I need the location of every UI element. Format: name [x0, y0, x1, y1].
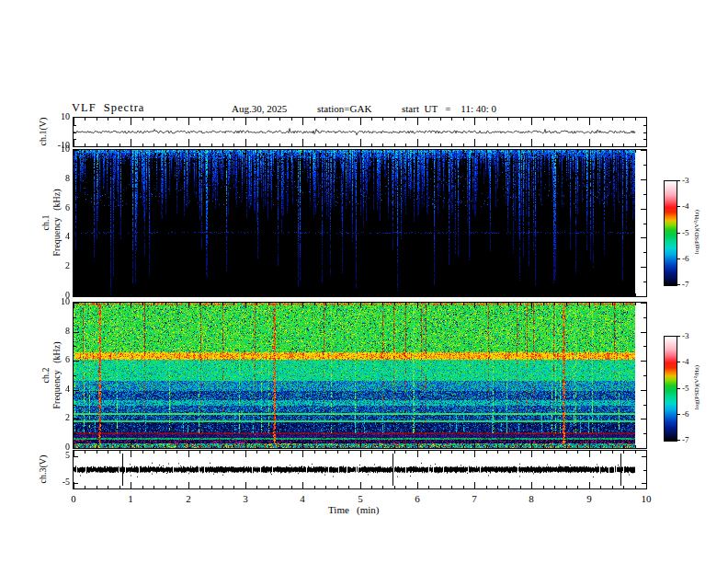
x-tick-label: 1	[117, 493, 144, 504]
plot-title: VLF Spectra	[72, 101, 144, 115]
plot-start-ut: start UT = 11: 40: 0	[402, 103, 496, 114]
colorbar-tick-label: -4	[682, 201, 689, 211]
x-tick-label: 5	[347, 493, 374, 504]
vlf-spectra-figure: VLF Spectra Aug.30, 2025 station=GAK sta…	[0, 0, 728, 563]
colorbar-tick-mark	[677, 388, 680, 389]
y-tick-label: 6	[35, 202, 70, 213]
y-tick-label: -5	[35, 477, 70, 487]
ch1-axis-channel: ch.1	[40, 215, 51, 231]
colorbar-tick-label: -3	[682, 331, 689, 340]
colorbar-ch1	[664, 180, 677, 286]
colorbar-tick-mark	[677, 180, 680, 181]
colorbar-tick-label: -6	[682, 254, 689, 263]
y-tick-label: 10	[35, 296, 70, 306]
colorbar-tick-label: -6	[682, 409, 689, 419]
y-tick-label: 8	[35, 173, 70, 183]
ch3-voltage-panel	[73, 450, 647, 489]
y-tick-label: 4	[35, 231, 70, 241]
colorbar-tick-label: -5	[682, 228, 689, 237]
colorbar-tick-label: -3	[682, 176, 689, 185]
colorbar-tick-mark	[677, 440, 680, 441]
colorbar-tick-mark	[677, 206, 680, 207]
x-axis-label: Time (min)	[328, 504, 380, 515]
colorbar-ch2-label: log(PSD)(V²/Hz)	[693, 365, 700, 409]
colorbar-tick-mark	[677, 336, 680, 337]
x-tick-label: 0	[60, 493, 87, 504]
x-tick-label: 2	[175, 493, 202, 504]
colorbar-ch2	[664, 336, 677, 442]
colorbar-ch1-label: log(PSD)(V²/Hz)	[693, 210, 700, 254]
x-tick-label: 4	[289, 493, 316, 504]
ch2-spectrogram-panel	[73, 302, 647, 449]
colorbar-tick-mark	[677, 362, 680, 362]
colorbar-tick-label: -4	[682, 357, 689, 366]
colorbar-tick-mark	[677, 233, 680, 234]
x-tick-label: 6	[404, 493, 431, 504]
y-tick-label: 2	[35, 260, 70, 270]
x-tick-label: 9	[575, 493, 603, 504]
plot-date: Aug.30, 2025	[232, 103, 287, 114]
ch2-axis-unit: Frequency (kHz)	[51, 341, 62, 408]
ch3-voltage-canvas	[74, 451, 646, 488]
x-tick-label: 10	[632, 493, 660, 504]
colorbar-tick-label: -7	[682, 280, 689, 289]
ch1-voltage-panel	[73, 117, 647, 147]
y-tick-label: 10	[35, 111, 70, 121]
ch1-spectrogram-canvas	[74, 150, 646, 296]
ch1-spectrogram-panel	[73, 149, 647, 297]
y-tick-label: 2	[35, 412, 70, 422]
colorbar-tick-mark	[677, 284, 680, 285]
x-tick-label: 8	[518, 493, 545, 504]
x-tick-label: 7	[461, 493, 488, 504]
colorbar-tick-mark	[677, 259, 680, 259]
x-tick-label: 3	[232, 493, 259, 504]
ch1-frequency-axis-label: ch.1Frequency (kHz)	[40, 189, 63, 256]
ch1-axis-unit: Frequency (kHz)	[51, 189, 62, 256]
colorbar-tick-mark	[677, 414, 680, 415]
y-tick-label: 5	[35, 450, 70, 460]
y-tick-label: 8	[35, 326, 70, 336]
ch2-frequency-axis-label: ch.2Frequency (kHz)	[40, 341, 63, 408]
colorbar-tick-label: -7	[682, 435, 689, 444]
y-tick-label: 10	[35, 144, 70, 154]
y-tick-label: 6	[35, 354, 70, 364]
colorbar-tick-label: -5	[682, 384, 689, 393]
y-tick-label: 4	[35, 384, 70, 394]
ch1-voltage-canvas	[74, 118, 646, 146]
ch2-axis-channel: ch.2	[40, 368, 51, 384]
plot-station: station=GAK	[317, 103, 371, 114]
ch2-spectrogram-canvas	[74, 303, 646, 448]
